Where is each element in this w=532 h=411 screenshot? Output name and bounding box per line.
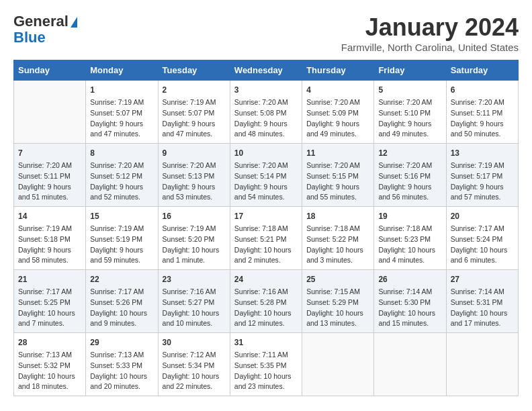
day-number: 4: [306, 84, 369, 96]
day-info: Sunrise: 7:11 AMSunset: 5:35 PMDaylight:…: [234, 350, 298, 392]
calendar-cell: 1Sunrise: 7:19 AMSunset: 5:07 PMDaylight…: [86, 81, 158, 144]
day-number: 8: [90, 147, 153, 159]
page-header: General Blue January 2024 Farmville, Nor…: [13, 13, 519, 53]
calendar-cell: 29Sunrise: 7:13 AMSunset: 5:33 PMDayligh…: [86, 333, 158, 396]
day-number: 5: [378, 84, 441, 96]
day-info: Sunrise: 7:14 AMSunset: 5:31 PMDaylight:…: [451, 287, 514, 329]
day-info: Sunrise: 7:20 AMSunset: 5:11 PMDaylight:…: [18, 161, 81, 203]
calendar-cell: 31Sunrise: 7:11 AMSunset: 5:35 PMDayligh…: [230, 333, 302, 396]
logo: General Blue: [13, 13, 77, 46]
day-info: Sunrise: 7:13 AMSunset: 5:33 PMDaylight:…: [90, 350, 153, 392]
day-number: 17: [234, 210, 298, 222]
column-header-tuesday: Tuesday: [158, 60, 230, 81]
calendar-cell: [374, 333, 446, 396]
calendar-cell: [302, 333, 374, 396]
day-number: 12: [378, 147, 441, 159]
calendar-cell: 15Sunrise: 7:19 AMSunset: 5:19 PMDayligh…: [86, 207, 158, 270]
calendar-week-row: 7Sunrise: 7:20 AMSunset: 5:11 PMDaylight…: [14, 144, 519, 207]
calendar-table: SundayMondayTuesdayWednesdayThursdayFrid…: [13, 60, 519, 396]
calendar-cell: 2Sunrise: 7:19 AMSunset: 5:07 PMDaylight…: [158, 81, 230, 144]
day-info: Sunrise: 7:20 AMSunset: 5:08 PMDaylight:…: [234, 97, 298, 140]
calendar-cell: [446, 333, 518, 396]
day-info: Sunrise: 7:15 AMSunset: 5:29 PMDaylight:…: [306, 287, 369, 329]
calendar-cell: 24Sunrise: 7:16 AMSunset: 5:28 PMDayligh…: [230, 270, 302, 333]
calendar-cell: 16Sunrise: 7:19 AMSunset: 5:20 PMDayligh…: [158, 207, 230, 270]
title-section: January 2024 Farmville, North Carolina, …: [341, 13, 519, 53]
day-info: Sunrise: 7:16 AMSunset: 5:28 PMDaylight:…: [234, 287, 298, 329]
calendar-cell: 4Sunrise: 7:20 AMSunset: 5:09 PMDaylight…: [302, 81, 374, 144]
day-number: 16: [163, 210, 226, 222]
day-info: Sunrise: 7:20 AMSunset: 5:16 PMDaylight:…: [378, 161, 441, 203]
day-info: Sunrise: 7:12 AMSunset: 5:34 PMDaylight:…: [163, 350, 226, 392]
calendar-cell: 3Sunrise: 7:20 AMSunset: 5:08 PMDaylight…: [230, 81, 302, 144]
calendar-week-row: 21Sunrise: 7:17 AMSunset: 5:25 PMDayligh…: [14, 270, 519, 333]
calendar-header-row: SundayMondayTuesdayWednesdayThursdayFrid…: [14, 60, 519, 81]
day-number: 24: [234, 273, 298, 285]
calendar-cell: 18Sunrise: 7:18 AMSunset: 5:22 PMDayligh…: [302, 207, 374, 270]
day-number: 28: [18, 336, 81, 349]
day-number: 25: [306, 273, 369, 285]
day-number: 10: [234, 147, 298, 159]
column-header-friday: Friday: [374, 60, 446, 81]
day-info: Sunrise: 7:20 AMSunset: 5:11 PMDaylight:…: [451, 97, 514, 140]
calendar-cell: 30Sunrise: 7:12 AMSunset: 5:34 PMDayligh…: [158, 333, 230, 396]
day-number: 2: [163, 84, 226, 96]
day-info: Sunrise: 7:19 AMSunset: 5:19 PMDaylight:…: [90, 224, 153, 266]
day-number: 26: [378, 273, 441, 285]
day-number: 13: [451, 147, 514, 159]
calendar-cell: 6Sunrise: 7:20 AMSunset: 5:11 PMDaylight…: [446, 81, 518, 144]
column-header-monday: Monday: [86, 60, 158, 81]
day-info: Sunrise: 7:18 AMSunset: 5:22 PMDaylight:…: [306, 224, 369, 266]
calendar-cell: 28Sunrise: 7:13 AMSunset: 5:32 PMDayligh…: [14, 333, 86, 396]
logo-text: General: [13, 13, 77, 30]
day-info: Sunrise: 7:18 AMSunset: 5:21 PMDaylight:…: [234, 224, 298, 266]
day-info: Sunrise: 7:13 AMSunset: 5:32 PMDaylight:…: [18, 350, 81, 392]
day-number: 21: [18, 273, 81, 285]
day-number: 22: [90, 273, 153, 285]
day-number: 15: [90, 210, 153, 222]
day-number: 31: [234, 336, 298, 349]
day-info: Sunrise: 7:20 AMSunset: 5:14 PMDaylight:…: [234, 161, 298, 203]
calendar-cell: 25Sunrise: 7:15 AMSunset: 5:29 PMDayligh…: [302, 270, 374, 333]
column-header-thursday: Thursday: [302, 60, 374, 81]
day-info: Sunrise: 7:14 AMSunset: 5:30 PMDaylight:…: [378, 287, 441, 329]
calendar-cell: 7Sunrise: 7:20 AMSunset: 5:11 PMDaylight…: [14, 144, 86, 207]
day-info: Sunrise: 7:19 AMSunset: 5:07 PMDaylight:…: [90, 97, 153, 140]
day-number: 23: [163, 273, 226, 285]
month-title: January 2024: [341, 13, 519, 42]
day-info: Sunrise: 7:17 AMSunset: 5:24 PMDaylight:…: [451, 224, 514, 266]
calendar-cell: 27Sunrise: 7:14 AMSunset: 5:31 PMDayligh…: [446, 270, 518, 333]
calendar-cell: 20Sunrise: 7:17 AMSunset: 5:24 PMDayligh…: [446, 207, 518, 270]
calendar-cell: 5Sunrise: 7:20 AMSunset: 5:10 PMDaylight…: [374, 81, 446, 144]
day-info: Sunrise: 7:18 AMSunset: 5:23 PMDaylight:…: [378, 224, 441, 266]
day-number: 27: [451, 273, 514, 285]
day-info: Sunrise: 7:19 AMSunset: 5:18 PMDaylight:…: [18, 224, 81, 266]
day-number: 14: [18, 210, 81, 222]
day-number: 9: [163, 147, 226, 159]
day-info: Sunrise: 7:19 AMSunset: 5:07 PMDaylight:…: [163, 97, 226, 140]
calendar-cell: [14, 81, 86, 144]
day-number: 29: [90, 336, 153, 349]
day-info: Sunrise: 7:16 AMSunset: 5:27 PMDaylight:…: [163, 287, 226, 329]
calendar-cell: 11Sunrise: 7:20 AMSunset: 5:15 PMDayligh…: [302, 144, 374, 207]
day-info: Sunrise: 7:20 AMSunset: 5:12 PMDaylight:…: [90, 161, 153, 203]
day-info: Sunrise: 7:20 AMSunset: 5:10 PMDaylight:…: [378, 97, 441, 140]
calendar-cell: 23Sunrise: 7:16 AMSunset: 5:27 PMDayligh…: [158, 270, 230, 333]
day-number: 18: [306, 210, 369, 222]
column-header-sunday: Sunday: [14, 60, 86, 81]
calendar-week-row: 14Sunrise: 7:19 AMSunset: 5:18 PMDayligh…: [14, 207, 519, 270]
day-info: Sunrise: 7:17 AMSunset: 5:26 PMDaylight:…: [90, 287, 153, 329]
day-info: Sunrise: 7:20 AMSunset: 5:13 PMDaylight:…: [163, 161, 226, 203]
calendar-week-row: 1Sunrise: 7:19 AMSunset: 5:07 PMDaylight…: [14, 81, 519, 144]
calendar-cell: 17Sunrise: 7:18 AMSunset: 5:21 PMDayligh…: [230, 207, 302, 270]
calendar-cell: 26Sunrise: 7:14 AMSunset: 5:30 PMDayligh…: [374, 270, 446, 333]
day-info: Sunrise: 7:20 AMSunset: 5:09 PMDaylight:…: [306, 97, 369, 140]
column-header-saturday: Saturday: [446, 60, 518, 81]
day-info: Sunrise: 7:17 AMSunset: 5:25 PMDaylight:…: [18, 287, 81, 329]
calendar-cell: 14Sunrise: 7:19 AMSunset: 5:18 PMDayligh…: [14, 207, 86, 270]
day-number: 7: [18, 147, 81, 159]
day-number: 1: [90, 84, 153, 96]
calendar-cell: 13Sunrise: 7:19 AMSunset: 5:17 PMDayligh…: [446, 144, 518, 207]
day-number: 19: [378, 210, 441, 222]
day-info: Sunrise: 7:20 AMSunset: 5:15 PMDaylight:…: [306, 161, 369, 203]
